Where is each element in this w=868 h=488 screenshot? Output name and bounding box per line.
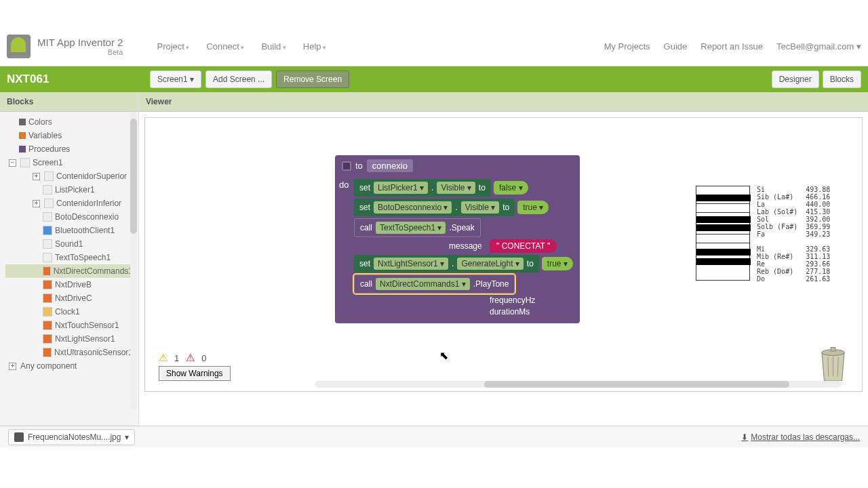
procedure-header[interactable]: to connexio	[335, 155, 580, 176]
menu-project[interactable]: Project	[157, 41, 189, 52]
dropdown-nxtdc[interactable]: NxtDirectCommands1 ▾	[376, 278, 470, 290]
trash-icon[interactable]	[818, 344, 848, 381]
dropdown-boto[interactable]: BotoDesconnexio ▾	[374, 201, 452, 214]
frequency-table: Si 493.88 Sib (La#) 466.16 La 440.00 Lab…	[757, 186, 830, 283]
brand: MIT App Inventor 2 Beta	[37, 37, 123, 56]
project-bar: NXT061 Screen1 ▾ Add Screen ... Remove S…	[0, 66, 868, 92]
tree-listpicker1[interactable]: ListPicker1	[5, 183, 133, 197]
sidebar-header: Blocks	[0, 92, 138, 112]
warning-count: 1	[174, 353, 179, 363]
tree-contenidor-superior[interactable]: +ContenidorSuperior	[5, 169, 133, 183]
svg-rect-1	[831, 348, 835, 352]
warnings-panel: 1 0 Show Warnings	[159, 352, 231, 381]
procedure-block[interactable]: to connexio setListPicker1 ▾.Visible ▾to…	[335, 155, 580, 323]
screen-dropdown[interactable]: Screen1 ▾	[150, 70, 201, 88]
menu-help[interactable]: Help	[303, 41, 326, 52]
user-menu[interactable]: TecBell@gmail.com ▾	[776, 41, 861, 52]
bool-false[interactable]: false ▾	[494, 181, 528, 195]
tree-any-component[interactable]: +Any component	[5, 359, 133, 373]
chevron-down-icon[interactable]: ▾	[125, 432, 129, 442]
link-my-projects[interactable]: My Projects	[604, 41, 650, 52]
piano-keys-icon	[696, 186, 750, 281]
app-logo-icon	[7, 35, 31, 58]
string-conectat[interactable]: " CONECTAT "	[490, 239, 557, 253]
call-playtone-block[interactable]: callNxtDirectCommands1 ▾.PlayTone	[354, 274, 515, 293]
dropdown-visible[interactable]: Visible ▾	[437, 182, 475, 194]
show-warnings-button[interactable]: Show Warnings	[159, 366, 231, 381]
main-area: Blocks Colors Variables Procedures −Scre…	[0, 92, 868, 431]
tree-sound1[interactable]: Sound1	[5, 237, 133, 251]
link-report-issue[interactable]: Report an Issue	[701, 41, 763, 52]
tree-text-to-speech1[interactable]: TextToSpeech1	[5, 251, 133, 264]
top-menubar: MIT App Inventor 2 Beta Project Connect …	[0, 27, 868, 66]
add-screen-button[interactable]: Add Screen ...	[205, 70, 272, 88]
procedure-name[interactable]: connexio	[367, 159, 413, 172]
remove-screen-button[interactable]: Remove Screen	[276, 70, 349, 88]
blocks-canvas[interactable]: to connexio setListPicker1 ▾.Visible ▾to…	[144, 117, 863, 392]
file-icon	[14, 432, 24, 442]
tree-nxt-light-sensor1[interactable]: NxtLightSensor1	[5, 332, 133, 346]
error-icon	[186, 352, 195, 364]
frequency-reference: Si 493.88 Sib (La#) 466.16 La 440.00 Lab…	[696, 186, 845, 281]
show-all-downloads[interactable]: Mostrar todas las descargas...	[741, 432, 860, 442]
tree-screen1[interactable]: −Screen1	[5, 156, 133, 169]
tree-boto-desconnexio[interactable]: BotoDesconnexio	[5, 210, 133, 224]
tree-clock1[interactable]: Clock1	[5, 305, 133, 319]
param-duration: durationMs	[490, 307, 530, 317]
brand-title: MIT App Inventor 2	[37, 37, 123, 48]
menu-connect[interactable]: Connect	[206, 41, 244, 52]
component-tree[interactable]: Colors Variables Procedures −Screen1 +Co…	[0, 112, 138, 410]
download-filename: FrequenciaNotesMu....jpg	[28, 432, 121, 442]
main-menu: Project Connect Build Help	[157, 41, 326, 52]
tree-procedures[interactable]: Procedures	[5, 142, 133, 156]
right-menu: My Projects Guide Report an Issue TecBel…	[604, 41, 861, 52]
gear-icon[interactable]	[342, 161, 351, 171]
tree-colors[interactable]: Colors	[5, 115, 133, 129]
tree-contenidor-inferior[interactable]: +ContenidorInferior	[5, 197, 133, 210]
tree-nxt-drive-b[interactable]: NxtDriveB	[5, 278, 133, 291]
brand-beta: Beta	[37, 48, 123, 56]
download-item[interactable]: FrequenciaNotesMu....jpg ▾	[8, 429, 135, 445]
dropdown-listpicker[interactable]: ListPicker1 ▾	[374, 182, 428, 194]
param-frequency: frequencyHz	[490, 296, 535, 305]
blocks-sidebar: Blocks Colors Variables Procedures −Scre…	[0, 92, 139, 431]
viewer-header: Viewer	[139, 92, 868, 112]
dropdown-tts[interactable]: TextToSpeech1 ▾	[376, 222, 446, 234]
tree-nxt-direct-commands1[interactable]: NxtDirectCommands1	[5, 264, 133, 278]
tree-variables[interactable]: Variables	[5, 129, 133, 142]
tree-bluetooth-client1[interactable]: BluetoothClient1	[5, 224, 133, 237]
tree-nxt-touch-sensor1[interactable]: NxtTouchSensor1	[5, 319, 133, 332]
viewer-panel: Viewer to connexio setListPicker1 ▾.Visi…	[139, 92, 868, 431]
bool-true[interactable]: true ▾	[517, 201, 549, 214]
download-bar: FrequenciaNotesMu....jpg ▾ Mostrar todas…	[0, 426, 868, 447]
canvas-scrollbar[interactable]	[315, 381, 842, 388]
menu-build[interactable]: Build	[261, 41, 285, 52]
warning-icon	[159, 352, 167, 364]
error-count: 0	[201, 353, 206, 363]
project-name: NXT061	[7, 73, 139, 86]
blocks-tab[interactable]: Blocks	[823, 70, 861, 88]
dropdown-lightsensor[interactable]: NxtLightSensor1 ▾	[374, 258, 448, 270]
tree-nxt-drive-c[interactable]: NxtDriveC	[5, 291, 133, 305]
tree-nxt-ultrasonic-sensor1[interactable]: NxtUltrasonicSensor1	[5, 346, 133, 359]
tree-scrollbar[interactable]	[130, 112, 137, 410]
designer-tab[interactable]: Designer	[772, 70, 819, 88]
link-guide[interactable]: Guide	[664, 41, 688, 52]
